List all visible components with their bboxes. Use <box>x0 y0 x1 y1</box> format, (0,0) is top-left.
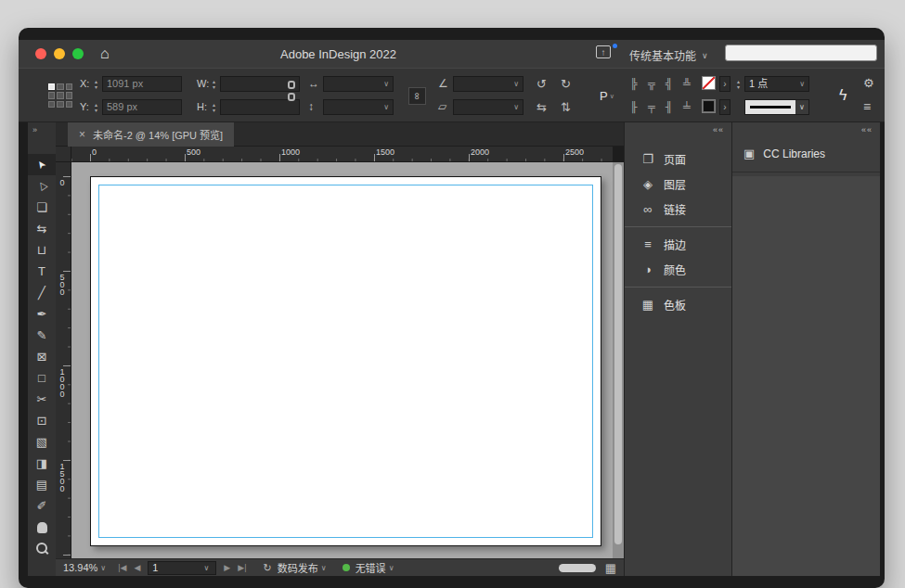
vertical-scrollbar[interactable] <box>613 162 624 558</box>
hand-tool[interactable] <box>28 517 56 538</box>
horizontal-scrollbar-thumb[interactable] <box>559 564 596 572</box>
stroke-color-expand-button[interactable]: › <box>719 76 730 92</box>
align-icon-r1-1[interactable]: ╠ <box>627 76 640 92</box>
dock-item-links[interactable]: ∞链接 <box>625 197 731 222</box>
cc-libraries-header[interactable]: ▣ CC Libraries <box>732 137 880 173</box>
home-icon[interactable]: ⌂ <box>100 45 110 63</box>
free-transform-tool[interactable]: ⊡ <box>28 410 56 431</box>
minimize-window-button[interactable] <box>54 48 65 59</box>
zoom-level-value[interactable]: 13.94% <box>63 562 97 573</box>
rectangle-tool[interactable]: □ <box>28 367 56 389</box>
dock-item-layers[interactable]: ◈图层 <box>625 172 731 197</box>
tools-panel-expand-button[interactable]: » <box>28 122 56 137</box>
vertical-scrollbar-thumb[interactable] <box>614 164 622 544</box>
first-page-button[interactable]: |◀ <box>118 563 126 572</box>
zoom-tool[interactable] <box>28 538 56 559</box>
x-stepper[interactable]: ▴▾ <box>92 76 100 92</box>
dock-item-color[interactable]: ◑颜色 <box>625 257 731 282</box>
workspace-switcher[interactable]: 传统基本功能 ∨ <box>629 47 708 63</box>
align-icon-r2-4[interactable]: ╧ <box>680 99 693 115</box>
gradient-feather-tool[interactable]: ◨ <box>28 453 56 474</box>
dock-item-stroke[interactable]: ≡描边 <box>625 232 731 257</box>
chevron-down-icon: ∨ <box>204 564 210 572</box>
eyedropper-tool[interactable]: ✐ <box>28 495 56 517</box>
close-icon[interactable]: × <box>79 128 85 141</box>
line-tool[interactable]: ╱ <box>28 282 56 303</box>
gear-icon[interactable]: ⚙ <box>863 76 874 90</box>
ruler-origin-corner[interactable] <box>56 147 71 162</box>
previous-page-button[interactable]: ◀ <box>134 563 140 572</box>
h-field[interactable] <box>220 99 300 115</box>
rotate-ccw-icon[interactable]: ↺ <box>537 76 547 92</box>
scale-y-combo[interactable]: ∨ <box>323 99 394 115</box>
content-collector-tool[interactable]: ⊔ <box>28 239 56 261</box>
pages-grid-icon[interactable]: ▦ <box>605 561 616 575</box>
pencil-tool[interactable]: ✎ <box>28 325 56 346</box>
stroke-weight-combo[interactable]: 1 点 ∨ <box>744 76 809 92</box>
page-tool[interactable]: ❏ <box>28 197 56 218</box>
stroke-style-combo[interactable]: ∨ <box>744 99 809 115</box>
hand-tool-icon <box>37 522 47 533</box>
x-field[interactable]: 1091 px <box>102 76 182 92</box>
w-stepper[interactable]: ▴▾ <box>210 76 218 92</box>
panel-menu-icon[interactable]: ≡ <box>863 99 871 114</box>
align-icon-r1-3[interactable]: ╣ <box>663 76 676 92</box>
search-input[interactable] <box>725 45 877 61</box>
hruler-label: 0 <box>92 147 97 157</box>
vertical-ruler[interactable]: 050010001500 <box>56 162 71 558</box>
horizontal-ruler[interactable]: 05001000150020002500 <box>71 147 613 162</box>
type-tool[interactable]: T <box>28 261 56 282</box>
scale-x-combo[interactable]: ∨ <box>323 76 394 92</box>
document-tab[interactable]: × 未命名-2 @ 14% [GPU 预览] <box>68 122 234 147</box>
preflight-status-label[interactable]: 无错误 <box>356 560 386 575</box>
constrain-dimensions-icon[interactable] <box>288 81 297 101</box>
pen-tool[interactable]: ✒ <box>28 303 56 325</box>
direct-selection-tool[interactable]: ▷ <box>28 175 56 197</box>
fill-color-swatch[interactable] <box>702 99 716 113</box>
h-stepper[interactable]: ▴▾ <box>210 99 218 115</box>
preflight-profile-label[interactable]: 数码发布 <box>278 560 318 575</box>
gap-tool[interactable]: ⇆ <box>28 218 56 239</box>
h-label: H: <box>197 99 207 115</box>
next-page-button[interactable]: ▶ <box>224 563 230 572</box>
reference-point-proxy[interactable] <box>48 83 72 108</box>
frame-tool-icon: ⊠ <box>37 351 47 363</box>
frame-tool[interactable]: ⊠ <box>28 346 56 367</box>
selection-tool[interactable]: ➤ <box>28 154 56 175</box>
zoom-window-button[interactable] <box>72 48 84 59</box>
align-icon-r1-2[interactable]: ╦ <box>645 76 658 92</box>
close-window-button[interactable] <box>35 48 46 59</box>
document-page[interactable] <box>90 176 601 546</box>
quick-apply-icon[interactable]: ϟ <box>839 87 847 104</box>
y-stepper[interactable]: ▴▾ <box>92 99 100 115</box>
flip-horizontal-icon[interactable]: ⇆ <box>537 99 547 115</box>
dock-collapse-button[interactable]: «« <box>625 122 731 137</box>
cc-libraries-body[interactable] <box>732 176 880 576</box>
dock-item-swatches[interactable]: ▦色板 <box>625 292 731 317</box>
align-icon-r2-2[interactable]: ╤ <box>645 99 658 115</box>
notification-dot <box>613 44 617 48</box>
align-icon-r2-3[interactable]: ╢ <box>663 99 676 115</box>
rotate-cw-icon[interactable]: ↻ <box>561 76 571 92</box>
paragraph-style-button[interactable]: P ∨ <box>596 87 618 105</box>
scissors-tool[interactable]: ✂ <box>28 389 56 410</box>
note-tool[interactable]: ▤ <box>28 474 56 495</box>
stroke-weight-stepper[interactable]: ▴▾ <box>734 76 743 92</box>
dock-item-pages[interactable]: ❐页面 <box>625 147 731 172</box>
constrain-scale-button[interactable]: ∞ <box>408 87 426 105</box>
rotation-angle-combo[interactable]: ∨ <box>453 76 524 92</box>
share-icon[interactable]: ↑ <box>596 45 611 58</box>
flip-vertical-icon[interactable]: ⇅ <box>561 99 571 115</box>
fill-color-expand-button[interactable]: › <box>719 99 730 115</box>
align-icon-r2-1[interactable]: ╟ <box>627 99 640 115</box>
cc-libraries-title: CC Libraries <box>763 147 825 160</box>
shear-angle-combo[interactable]: ∨ <box>453 99 524 115</box>
last-page-button[interactable]: ▶| <box>238 563 246 572</box>
y-field[interactable]: 589 px <box>102 99 182 115</box>
align-icon-r1-4[interactable]: ╩ <box>680 76 693 92</box>
page-number-combo[interactable]: 1 ∨ <box>148 561 216 575</box>
libraries-collapse-button[interactable]: «« <box>732 122 880 137</box>
stroke-color-swatch[interactable] <box>702 76 716 90</box>
pasteboard[interactable] <box>71 162 613 558</box>
gradient-tool[interactable]: ▧ <box>28 431 56 453</box>
